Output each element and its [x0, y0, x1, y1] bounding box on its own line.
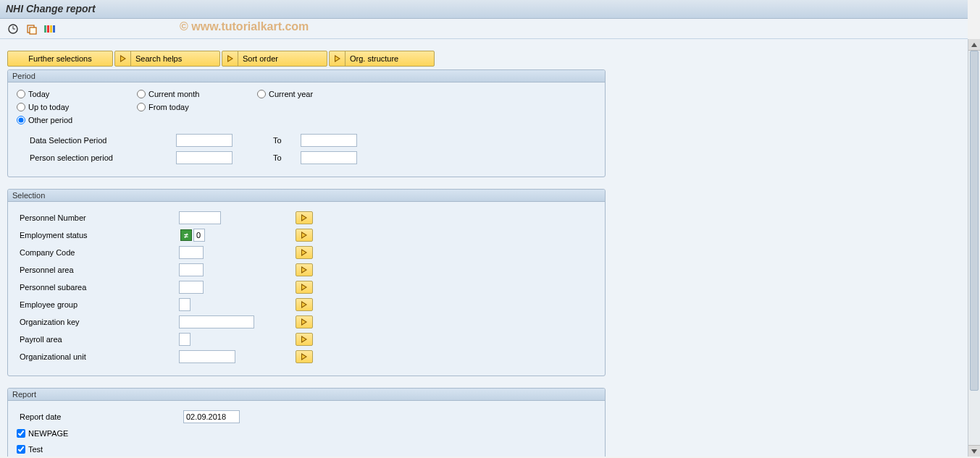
field-input[interactable]	[193, 229, 205, 242]
field-label: Personnel Number	[20, 213, 179, 222]
button-label: Search helps	[135, 54, 182, 63]
field-input[interactable]	[179, 298, 190, 311]
field-label: Personnel subarea	[20, 283, 179, 292]
vertical-scrollbar[interactable]	[968, 39, 980, 457]
selection-toolbar: Further selections Search helps Sort ord…	[7, 51, 960, 67]
newpage-checkbox[interactable]	[17, 429, 25, 438]
field-label: Payroll area	[20, 335, 179, 344]
radio-up-to-today[interactable]: Up to today	[17, 103, 137, 111]
palette-icon[interactable]	[43, 22, 58, 36]
period-group: Period Today Current month Current year …	[7, 69, 606, 177]
multiple-selection-button[interactable]	[296, 333, 313, 346]
svg-rect-5	[44, 25, 46, 33]
report-group: Report Report date NEWPAGE Test	[7, 388, 606, 457]
data-selection-to-input[interactable]	[301, 134, 357, 147]
right-arrow-icon	[301, 318, 308, 326]
person-selection-from-input[interactable]	[176, 151, 233, 164]
svg-rect-7	[50, 25, 52, 33]
multiple-selection-button[interactable]	[296, 350, 313, 363]
svg-rect-4	[30, 27, 36, 34]
field-input[interactable]	[179, 211, 221, 224]
right-arrow-icon	[301, 284, 308, 291]
radio-label: Up to today	[28, 103, 69, 111]
content-area: Further selections Search helps Sort ord…	[0, 39, 968, 457]
field-label: Personnel area	[20, 266, 179, 274]
scroll-down-icon[interactable]	[968, 445, 980, 457]
newpage-label: NEWPAGE	[28, 429, 68, 438]
person-selection-period-label: Person selection period	[30, 153, 176, 162]
multiple-selection-button[interactable]	[296, 263, 313, 276]
report-date-input[interactable]	[183, 410, 240, 423]
multiple-selection-button[interactable]	[296, 229, 313, 242]
right-arrow-icon	[301, 249, 308, 256]
radio-label: Other period	[28, 116, 72, 124]
page-title: NHI Change report	[6, 3, 96, 14]
right-arrow-icon	[222, 51, 238, 66]
scroll-up-icon[interactable]	[968, 39, 980, 51]
selection-row: Employee group	[17, 296, 598, 313]
data-selection-period-label: Data Selection Period	[30, 136, 176, 145]
field-input[interactable]	[179, 350, 235, 363]
selection-row: Organizational unit	[17, 348, 598, 365]
field-label: Organizational unit	[20, 352, 179, 361]
button-label: Sort order	[243, 54, 278, 63]
group-title: Selection	[8, 190, 605, 202]
button-label: Org. structure	[350, 54, 398, 63]
selection-row: Personnel area	[17, 261, 598, 279]
sort-order-button[interactable]: Sort order	[222, 51, 327, 67]
selection-row: Personnel Number	[17, 209, 598, 226]
to-label: To	[273, 153, 301, 162]
field-label: Employee group	[20, 300, 179, 309]
radio-from-today[interactable]: From today	[137, 103, 257, 111]
radio-other-period[interactable]: Other period	[17, 116, 137, 124]
radio-label: Today	[28, 90, 49, 98]
group-title: Report	[8, 389, 605, 401]
report-date-label: Report date	[20, 412, 183, 421]
data-selection-from-input[interactable]	[176, 134, 233, 147]
radio-current-month[interactable]: Current month	[137, 90, 257, 98]
selection-row: Payroll area	[17, 331, 598, 348]
test-label: Test	[28, 445, 43, 454]
radio-today[interactable]: Today	[17, 90, 137, 98]
field-input[interactable]	[179, 315, 254, 328]
radio-current-year[interactable]: Current year	[257, 90, 377, 98]
person-selection-to-input[interactable]	[301, 151, 357, 164]
radio-label: Current year	[269, 90, 313, 98]
icon-toolbar: © www.tutorialkart.com	[0, 19, 968, 39]
field-input[interactable]	[179, 263, 204, 276]
selection-group: Selection Personnel NumberEmployment sta…	[7, 189, 606, 376]
test-checkbox[interactable]	[17, 445, 25, 454]
get-variant-icon[interactable]	[25, 22, 39, 36]
to-label: To	[273, 136, 301, 145]
multiple-selection-button[interactable]	[296, 315, 313, 328]
right-arrow-icon	[301, 301, 308, 308]
search-helps-button[interactable]: Search helps	[114, 51, 220, 67]
multiple-selection-button[interactable]	[296, 246, 313, 259]
svg-rect-8	[53, 25, 55, 33]
scrollbar-thumb[interactable]	[970, 51, 979, 391]
selection-row: Employment status≠	[17, 226, 598, 244]
group-title: Period	[8, 70, 605, 82]
watermark: © www.tutorialkart.com	[180, 20, 309, 33]
button-label: Further selections	[28, 54, 91, 63]
svg-rect-6	[47, 25, 49, 33]
field-input[interactable]	[179, 281, 204, 294]
not-equal-icon[interactable]: ≠	[180, 229, 192, 241]
right-arrow-icon	[301, 336, 308, 343]
radio-label: Current month	[148, 90, 199, 98]
further-selections-button[interactable]: Further selections	[7, 51, 113, 67]
right-arrow-icon	[301, 266, 308, 273]
field-input[interactable]	[179, 333, 190, 346]
execute-icon[interactable]	[6, 22, 20, 36]
field-input[interactable]	[179, 246, 204, 259]
title-bar: NHI Change report	[0, 0, 968, 19]
multiple-selection-button[interactable]	[296, 211, 313, 224]
multiple-selection-button[interactable]	[296, 298, 313, 311]
selection-row: Organization key	[17, 313, 598, 331]
multiple-selection-button[interactable]	[296, 281, 313, 294]
selection-row: Personnel subarea	[17, 279, 598, 296]
org-structure-button[interactable]: Org. structure	[329, 51, 435, 67]
right-arrow-icon	[301, 232, 308, 239]
field-label: Employment status	[20, 231, 179, 239]
right-arrow-icon	[330, 51, 345, 66]
